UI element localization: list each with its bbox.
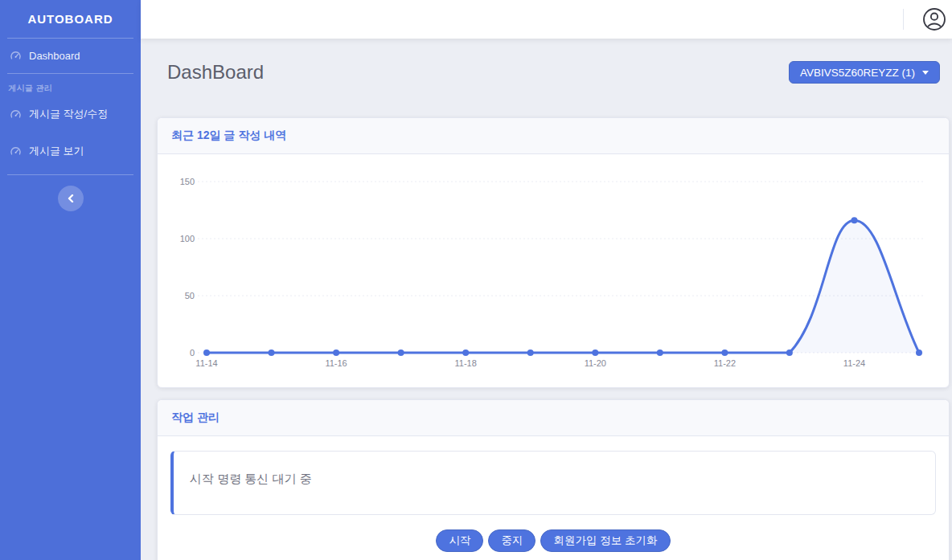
- task-management-card: 작업 관리 시작 명령 통신 대기 중 시작 중지 회원가입 정보 초기화: [157, 399, 950, 560]
- recent-posts-chart-card: 최근 12일 글 작성 내역 05010015011-1411-1611-181…: [157, 117, 950, 388]
- main-column: DashBoard AVBIVS5Z60REYZZ (1) 최근 12일 글 작…: [141, 0, 952, 560]
- task-card-title: 작업 관리: [158, 400, 949, 436]
- svg-text:0: 0: [190, 348, 195, 358]
- brand[interactable]: AUTOBOARD: [0, 0, 141, 38]
- svg-text:11-14: 11-14: [195, 358, 217, 368]
- svg-text:50: 50: [185, 291, 195, 300]
- user-menu-button[interactable]: [921, 6, 948, 33]
- sidebar-divider: [7, 174, 133, 175]
- reset-signup-info-button[interactable]: 회원가입 정보 초기화: [540, 529, 670, 552]
- chart-card-title: 최근 12일 글 작성 내역: [158, 118, 949, 154]
- svg-text:11-20: 11-20: [585, 358, 606, 368]
- svg-text:100: 100: [180, 234, 195, 243]
- sidebar-collapse-wrap: [0, 186, 141, 211]
- chevron-left-icon: [67, 194, 75, 202]
- gauge-icon: [10, 145, 22, 157]
- line-chart: 05010015011-1411-1611-1811-2011-2211-24: [158, 154, 949, 387]
- svg-text:150: 150: [180, 177, 195, 186]
- sidebar-item-label: 게시글 보기: [29, 144, 84, 158]
- svg-text:11-16: 11-16: [325, 358, 347, 368]
- account-dropdown-button[interactable]: AVBIVS5Z60REYZZ (1): [789, 61, 940, 84]
- caret-down-icon: [922, 71, 929, 75]
- sidebar-divider: [7, 73, 133, 74]
- svg-text:11-18: 11-18: [455, 358, 477, 368]
- svg-text:11-22: 11-22: [714, 358, 736, 368]
- page-head: DashBoard AVBIVS5Z60REYZZ (1): [157, 61, 950, 84]
- sidebar-item-dashboard[interactable]: Dashboard: [0, 39, 141, 73]
- stop-button[interactable]: 중지: [488, 529, 536, 552]
- sidebar-collapse-button[interactable]: [58, 186, 84, 211]
- sidebar: AUTOBOARD Dashboard 게시글 관리 게시글 작성/수정: [0, 0, 141, 560]
- status-message: 시작 명령 통신 대기 중: [190, 472, 312, 485]
- gauge-icon: [10, 50, 22, 62]
- page-title: DashBoard: [167, 61, 264, 84]
- sidebar-item-label: 게시글 작성/수정: [29, 107, 108, 121]
- sidebar-section-label: 게시글 관리: [8, 83, 141, 94]
- topbar: [141, 0, 952, 39]
- sidebar-item-post-edit[interactable]: 게시글 작성/수정: [0, 96, 141, 133]
- user-circle-icon: [922, 7, 946, 31]
- chart-card-body: 05010015011-1411-1611-1811-2011-2211-24: [158, 154, 949, 387]
- topbar-divider: [903, 9, 904, 30]
- account-dropdown-label: AVBIVS5Z60REYZZ (1): [800, 67, 915, 79]
- sidebar-item-post-view[interactable]: 게시글 보기: [0, 133, 141, 170]
- gauge-icon: [10, 108, 22, 121]
- svg-text:11-24: 11-24: [843, 358, 865, 368]
- sidebar-item-label: Dashboard: [29, 50, 80, 62]
- app: AUTOBOARD Dashboard 게시글 관리 게시글 작성/수정: [0, 0, 952, 560]
- status-alert: 시작 명령 통신 대기 중: [170, 451, 936, 515]
- content: DashBoard AVBIVS5Z60REYZZ (1) 최근 12일 글 작…: [141, 39, 952, 560]
- task-card-body: 시작 명령 통신 대기 중 시작 중지 회원가입 정보 초기화: [158, 436, 949, 560]
- start-button[interactable]: 시작: [436, 529, 483, 552]
- task-button-row: 시작 중지 회원가입 정보 초기화: [170, 529, 936, 552]
